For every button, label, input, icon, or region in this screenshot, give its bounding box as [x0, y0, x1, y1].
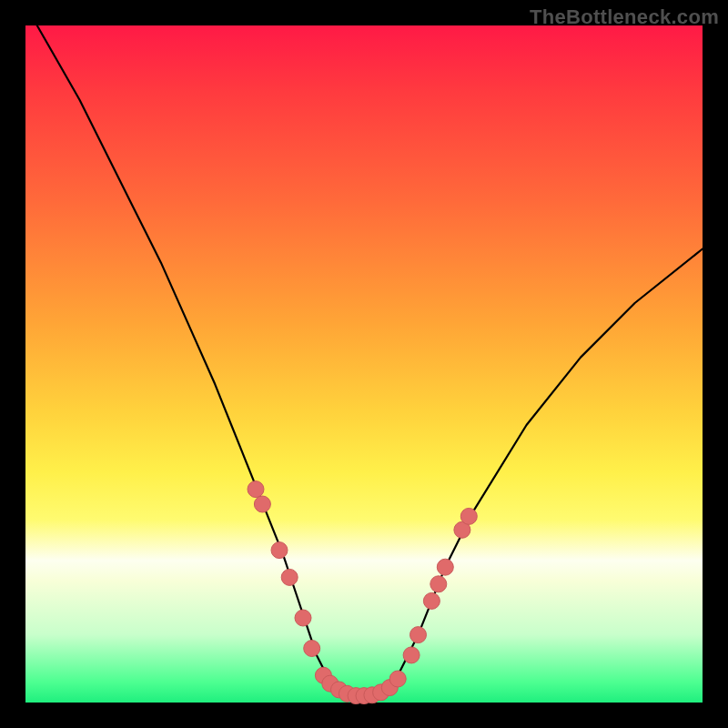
outer-frame: TheBottleneck.com: [0, 0, 728, 728]
curve-marker: [254, 496, 270, 512]
plot-area: [25, 25, 703, 703]
curve-marker: [281, 569, 298, 585]
curve-markers: [248, 481, 477, 704]
curve-marker: [437, 559, 453, 575]
curve-marker: [248, 481, 264, 498]
curve-layer: [25, 25, 703, 703]
curve-marker: [460, 508, 477, 524]
bottleneck-curve: [25, 5, 703, 696]
curve-marker: [430, 576, 447, 592]
curve-marker: [423, 592, 440, 609]
curve-marker: [410, 627, 427, 643]
curve-marker: [295, 610, 311, 626]
watermark-text: TheBottleneck.com: [530, 5, 719, 29]
curve-marker: [271, 542, 288, 559]
curve-marker: [403, 647, 420, 663]
curve-marker: [304, 641, 320, 657]
curve-marker: [389, 671, 406, 687]
